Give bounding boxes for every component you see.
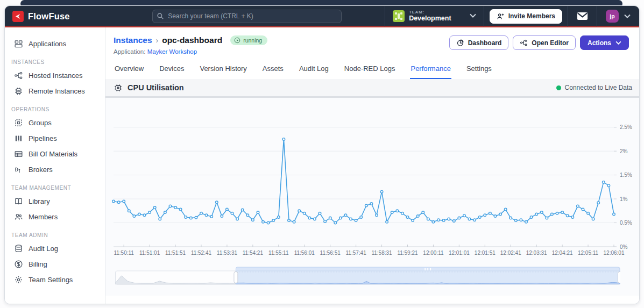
top-navbar: FlowFuse TEAM: Develop <box>5 6 639 27</box>
svg-text:12:05:11: 12:05:11 <box>578 250 599 256</box>
sidebar-item-label: Audit Log <box>29 245 58 253</box>
tab-settings[interactable]: Settings <box>466 63 492 79</box>
gear-icon <box>14 275 23 284</box>
tab-assets[interactable]: Assets <box>262 63 284 79</box>
notifications-button[interactable] <box>574 12 591 20</box>
actions-button-label: Actions <box>588 39 611 47</box>
sidebar-item-label: Pipelines <box>29 134 57 142</box>
screenshot-stage: FlowFuse TEAM: Develop <box>0 0 644 308</box>
panel-title: CPU Utilisation <box>114 83 184 92</box>
sidebar-item-bill-of-materials[interactable]: Bill Of Materials <box>5 146 105 162</box>
svg-text:11:56:51: 11:56:51 <box>320 250 341 256</box>
billing-icon <box>14 260 23 269</box>
tab-audit-log[interactable]: Audit Log <box>299 63 329 79</box>
sidebar-item-applications[interactable]: Applications <box>5 36 105 52</box>
envelope-icon <box>577 12 588 20</box>
status-badge-label: running <box>243 37 262 44</box>
sidebar-item-label: Applications <box>29 40 66 48</box>
svg-text:11:51:51: 11:51:51 <box>165 250 186 256</box>
cpu-icon <box>114 83 123 92</box>
tab-performance[interactable]: Performance <box>410 63 451 79</box>
dashboard-button-label: Dashboard <box>468 39 502 47</box>
application-line: Application: Mayker Workshop <box>114 48 267 55</box>
actions-button[interactable]: Actions <box>580 35 629 50</box>
person-plus-icon <box>497 12 505 20</box>
members-icon <box>14 212 23 221</box>
sidebar-item-library[interactable]: Library <box>5 194 105 209</box>
tab-overview[interactable]: Overview <box>114 63 144 79</box>
flowfuse-logo[interactable]: FlowFuse <box>12 11 70 22</box>
remote-instances-icon <box>14 87 23 96</box>
sidebar-item-label: Remote Instances <box>29 87 85 95</box>
status-badge: running <box>230 35 267 45</box>
sidebar-section-team-admin: TEAM ADMIN <box>5 225 105 241</box>
sidebar-item-groups[interactable]: Groups <box>5 115 105 131</box>
dashboard-button[interactable]: Dashboard <box>449 35 509 50</box>
svg-text:2%: 2% <box>620 148 628 154</box>
svg-text:11:58:31: 11:58:31 <box>371 250 392 256</box>
sidebar-item-pipelines[interactable]: Pipelines <box>5 131 105 146</box>
sidebar-item-label: Team Settings <box>29 276 73 284</box>
team-switcher[interactable]: TEAM: Development <box>391 10 478 23</box>
user-menu[interactable]: jp <box>603 10 634 23</box>
application-label: Application: <box>114 48 145 55</box>
svg-text:12:03:31: 12:03:31 <box>526 250 547 256</box>
team-name: Development <box>409 15 451 23</box>
instance-name: opc-dashboard <box>162 35 222 45</box>
sidebar-item-label: Bill Of Materials <box>29 150 77 158</box>
svg-text:11:52:41: 11:52:41 <box>191 250 212 256</box>
search-input[interactable] <box>152 10 342 23</box>
sidebar-item-label: Library <box>29 197 50 205</box>
tab-node-red-logs[interactable]: Node-RED Logs <box>344 63 396 79</box>
pie-chart-icon <box>456 39 464 47</box>
team-avatar-icon <box>393 10 405 22</box>
sidebar-item-members[interactable]: Members <box>5 209 105 225</box>
brand-name: FlowFuse <box>28 11 70 22</box>
svg-text:0%: 0% <box>620 244 628 250</box>
sidebar-item-audit-log[interactable]: Audit Log <box>5 241 105 256</box>
chart-area: 0%0.5%1%1.5%2%2.5%11:50:1111:51:0111:51:… <box>105 98 640 296</box>
sidebar-item-label: Billing <box>29 260 47 268</box>
svg-text:11:59:21: 11:59:21 <box>397 250 418 256</box>
sidebar-section-instances: INSTANCES <box>5 52 105 68</box>
sidebar-item-label: Groups <box>29 119 52 127</box>
sidebar-item-billing[interactable]: Billing <box>5 256 105 272</box>
svg-text:2.5%: 2.5% <box>620 124 632 130</box>
sidebar-item-hosted-instances[interactable]: Hosted Instances <box>5 68 105 83</box>
cpu-utilisation-panel: CPU Utilisation Connected to Live Data 0… <box>105 79 640 296</box>
sidebar-item-team-settings[interactable]: Team Settings <box>5 272 105 288</box>
live-dot-icon <box>556 85 561 90</box>
chevron-down-icon <box>470 13 476 19</box>
tab-version-history[interactable]: Version History <box>199 63 247 79</box>
svg-text:12:01:51: 12:01:51 <box>475 250 496 256</box>
panel-title-label: CPU Utilisation <box>128 83 184 92</box>
navbar-divider <box>568 5 568 27</box>
sidebar-item-brokers[interactable]: Brokers <box>5 162 105 177</box>
instance-tabs: Overview Devices Version History Assets … <box>114 63 629 79</box>
svg-text:12:01:01: 12:01:01 <box>449 250 470 256</box>
tab-devices[interactable]: Devices <box>159 63 185 79</box>
sidebar-section-team-management: TEAM MANAGEMENT <box>5 177 105 194</box>
hosted-instances-icon <box>14 71 23 80</box>
svg-text:11:56:01: 11:56:01 <box>294 250 315 256</box>
breadcrumb-separator: › <box>156 36 159 45</box>
avatar: jp <box>606 10 619 23</box>
open-editor-button[interactable]: Open Editor <box>513 35 576 50</box>
open-editor-button-label: Open Editor <box>532 39 569 47</box>
navbar-divider <box>597 5 597 27</box>
sidebar-item-label: Hosted Instances <box>29 71 82 80</box>
breadcrumb-instances-link[interactable]: Instances <box>114 35 152 45</box>
navbar-divider <box>484 5 484 27</box>
bill-of-materials-icon <box>14 149 23 159</box>
application-link[interactable]: Mayker Workshop <box>147 48 197 55</box>
team-search <box>152 10 342 23</box>
chart-range-brush[interactable] <box>115 267 620 285</box>
pipelines-icon <box>14 134 23 143</box>
sidebar-item-remote-instances[interactable]: Remote Instances <box>5 83 105 99</box>
audit-log-icon <box>14 244 23 253</box>
sidebar-section-operations: OPERATIONS <box>5 99 105 115</box>
invite-members-button[interactable]: Invite Members <box>490 9 562 24</box>
svg-text:12:02:41: 12:02:41 <box>500 250 521 256</box>
brush-handle-right[interactable] <box>618 272 621 283</box>
brush-handle-left[interactable] <box>234 272 238 283</box>
